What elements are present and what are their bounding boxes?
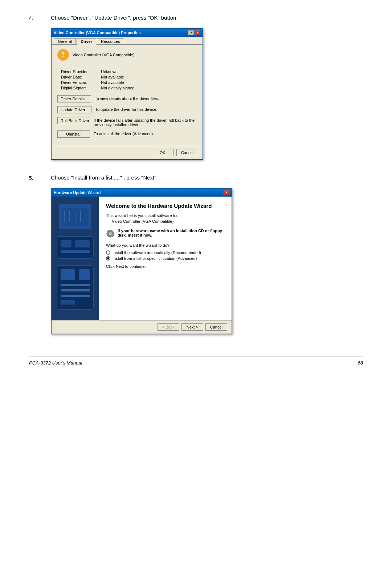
- svg-rect-16: [61, 289, 90, 291]
- tab-resources[interactable]: Resources: [97, 38, 124, 44]
- update-driver-desc: To update the driver for this device.: [95, 106, 157, 112]
- action-details: Driver Details... To view details about …: [57, 95, 197, 102]
- svg-rect-14: [79, 269, 90, 280]
- step-5-number: 5.: [29, 174, 51, 181]
- step-4-title: Choose "Driver", "Update Driver", press …: [51, 15, 363, 21]
- svg-rect-15: [61, 284, 90, 286]
- driver-row-signer: Digital Signer: Not digitally signed: [61, 86, 197, 90]
- version-value: Not available: [101, 80, 124, 85]
- provider-label: Driver Provider:: [61, 69, 101, 74]
- step-4-content: Choose "Driver", "Update Driver", press …: [51, 15, 363, 160]
- page-number: 68: [358, 360, 363, 366]
- driver-row-date: Driver Date: Not available: [61, 75, 197, 79]
- step-5-content: Choose "Install from a list....." , pres…: [51, 174, 363, 334]
- driver-row-provider: Driver Provider: Unknown: [61, 69, 197, 74]
- driver-details-button[interactable]: Driver Details...: [57, 95, 91, 102]
- device-header: ? Video Controller (VGA Compatible): [57, 49, 197, 65]
- radio-auto-label: Install the software automatically (Reco…: [113, 250, 201, 255]
- properties-dialog: Video Controller (VGA Compatible) Proper…: [51, 28, 203, 160]
- wizard-graphic: [52, 197, 99, 320]
- wizard-question: What do you want the wizard to do?: [106, 243, 224, 247]
- page-footer: PCA-9372 User's Manual 68: [29, 356, 363, 366]
- svg-rect-11: [61, 250, 90, 253]
- wizard-main: Welcome to the Hardware Update Wizard Th…: [99, 197, 232, 320]
- svg-rect-18: [61, 300, 75, 305]
- svg-rect-17: [61, 295, 90, 297]
- roll-back-button[interactable]: Roll Back Driver: [57, 117, 90, 124]
- next-button[interactable]: Next >: [181, 323, 203, 331]
- step-5-title: Choose "Install from a list....." , pres…: [51, 174, 363, 181]
- wizard-titlebar: Hardware Update Wizard ✕: [52, 189, 232, 197]
- tab-driver[interactable]: Driver: [77, 38, 96, 45]
- back-button[interactable]: < Back: [158, 323, 179, 331]
- ok-button[interactable]: OK: [152, 149, 173, 156]
- driver-row-version: Driver Version: Not available: [61, 80, 197, 85]
- wizard-radio-group: Install the software automatically (Reco…: [106, 250, 224, 261]
- driver-info: Driver Provider: Unknown Driver Date: No…: [57, 69, 197, 90]
- dialog-tabs: General Driver Resources: [52, 37, 203, 45]
- wizard-subtitle: This wizard helps you install software f…: [106, 213, 224, 218]
- manual-title: PCA-9372 User's Manual: [29, 360, 82, 366]
- wizard-device: Video Controller (VGA Compatible): [112, 219, 224, 223]
- cancel-button[interactable]: Cancel: [176, 149, 198, 156]
- svg-rect-9: [61, 240, 72, 247]
- date-value: Not available: [101, 75, 124, 79]
- cd-note-text: If your hardware came with an installati…: [118, 229, 224, 237]
- wizard-sidebar: [52, 197, 99, 320]
- step-4-number: 4.: [29, 15, 51, 21]
- action-update: Update Driver... To update the driver fo…: [57, 106, 197, 113]
- signer-value: Not digitally signed: [101, 86, 134, 90]
- wizard-footer: < Back Next > Cancel: [52, 320, 232, 334]
- dialog-footer: OK Cancel: [52, 146, 203, 159]
- radio-row-auto: Install the software automatically (Reco…: [106, 250, 224, 255]
- cd-note: If your hardware came with an installati…: [106, 229, 224, 238]
- close-button[interactable]: ✕: [195, 30, 200, 35]
- action-uninstall: Uninstall To uninstall the driver (Advan…: [57, 130, 197, 138]
- titlebar-buttons: ? ✕: [188, 30, 200, 35]
- tab-general[interactable]: General: [54, 38, 76, 44]
- device-icon: ?: [57, 49, 69, 61]
- date-label: Driver Date:: [61, 75, 101, 79]
- roll-back-desc: If the device fails after updating the d…: [94, 117, 197, 127]
- wizard-title: Hardware Update Wizard: [54, 190, 101, 195]
- wizard-heading: Welcome to the Hardware Update Wizard: [106, 202, 224, 210]
- wizard-titlebar-buttons: ✕: [224, 190, 229, 195]
- device-name: Video Controller (VGA Compatible): [73, 53, 134, 57]
- radio-list-label: Install from a list or specific location…: [113, 256, 197, 261]
- svg-rect-13: [61, 269, 75, 280]
- radio-auto[interactable]: [106, 250, 110, 255]
- wizard-dialog: Hardware Update Wizard ✕: [51, 188, 232, 334]
- svg-point-21: [110, 233, 111, 234]
- uninstall-desc: To uninstall the driver (Advanced).: [94, 130, 154, 136]
- dialog-body: ? Video Controller (VGA Compatible) Driv…: [52, 45, 203, 146]
- wizard-body: Welcome to the Hardware Update Wizard Th…: [52, 197, 232, 320]
- provider-value: Unknown: [101, 69, 118, 74]
- action-rollback: Roll Back Driver If the device fails aft…: [57, 117, 197, 127]
- driver-details-desc: To view details about the driver files.: [95, 95, 159, 101]
- wizard-cancel-button[interactable]: Cancel: [205, 323, 227, 331]
- step-5: 5. Choose "Install from a list....." , p…: [29, 174, 363, 334]
- radio-row-list: Install from a list or specific location…: [106, 256, 224, 261]
- svg-rect-10: [75, 240, 90, 247]
- signer-label: Digital Signer:: [61, 86, 101, 90]
- click-next-text: Click Next to continue.: [106, 264, 224, 269]
- dialog-title: Video Controller (VGA Compatible) Proper…: [54, 31, 141, 35]
- uninstall-button[interactable]: Uninstall: [57, 130, 90, 138]
- help-button[interactable]: ?: [188, 30, 194, 35]
- wizard-close-button[interactable]: ✕: [224, 190, 229, 195]
- update-driver-button[interactable]: Update Driver...: [57, 106, 91, 113]
- version-label: Driver Version:: [61, 80, 101, 85]
- radio-list[interactable]: [106, 256, 110, 261]
- step-4: 4. Choose "Driver", "Update Driver", pre…: [29, 15, 363, 160]
- dialog-titlebar: Video Controller (VGA Compatible) Proper…: [52, 29, 203, 37]
- cd-icon: [106, 229, 115, 238]
